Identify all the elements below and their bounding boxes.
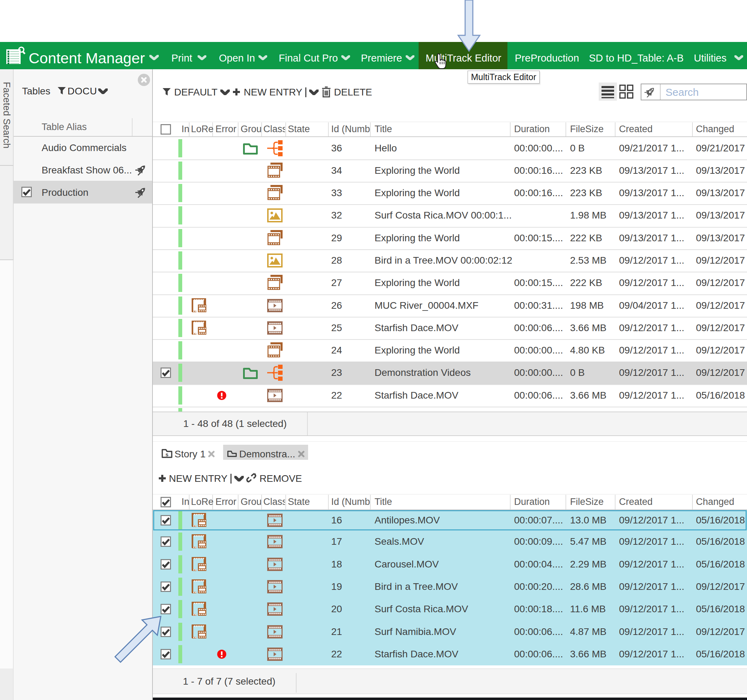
svg-text:s: s [165, 451, 168, 457]
